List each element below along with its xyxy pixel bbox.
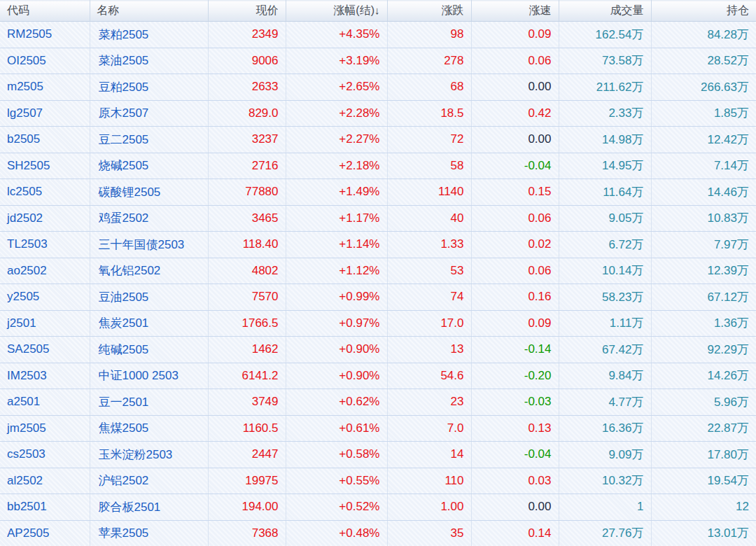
cell-change-pct[interactable]: +1.12%	[286, 258, 387, 284]
cell-name[interactable]: 氧化铝2502	[90, 258, 208, 284]
cell-volume[interactable]: 14.95万	[559, 153, 651, 179]
cell-change[interactable]: 14	[387, 442, 471, 468]
cell-volume[interactable]: 58.23万	[559, 284, 651, 311]
cell-price[interactable]: 1160.5	[208, 415, 286, 442]
cell-speed[interactable]: 0.42	[471, 100, 559, 127]
cell-change[interactable]: 23	[387, 389, 471, 416]
cell-code[interactable]: ao2502	[0, 258, 90, 284]
cell-open-interest[interactable]: 17.80万	[651, 442, 756, 468]
cell-speed[interactable]: 0.09	[471, 310, 559, 337]
header-change[interactable]: 涨跌	[387, 1, 471, 22]
cell-price[interactable]: 2716	[208, 153, 286, 179]
cell-change-pct[interactable]: +0.48%	[286, 520, 387, 546]
cell-volume[interactable]: 9.09万	[559, 442, 651, 468]
cell-speed[interactable]: -0.03	[471, 389, 559, 416]
cell-open-interest[interactable]: 266.63万	[651, 74, 756, 101]
table-row[interactable]: lg2507 原木2507 829.0 +2.28% 18.5 0.42 2.3…	[0, 100, 756, 127]
cell-volume[interactable]: 2.33万	[559, 100, 651, 127]
cell-price[interactable]: 7570	[208, 284, 286, 311]
cell-price[interactable]: 829.0	[208, 100, 286, 127]
cell-open-interest[interactable]: 14.26万	[651, 363, 756, 389]
cell-name[interactable]: 碳酸锂2505	[90, 179, 208, 206]
cell-name[interactable]: 豆一2501	[90, 389, 208, 416]
cell-change-pct[interactable]: +0.55%	[286, 468, 387, 494]
header-change-pct[interactable]: 涨幅(结)↓	[286, 1, 387, 22]
cell-price[interactable]: 9006	[208, 48, 286, 74]
cell-volume[interactable]: 11.64万	[559, 179, 651, 206]
cell-name[interactable]: 纯碱2505	[90, 337, 208, 363]
cell-change[interactable]: 13	[387, 337, 471, 363]
cell-speed[interactable]: -0.04	[471, 153, 559, 179]
cell-code[interactable]: IM2503	[0, 363, 90, 389]
header-price[interactable]: 现价	[208, 1, 286, 22]
cell-code[interactable]: cs2503	[0, 442, 90, 468]
cell-open-interest[interactable]: 7.97万	[651, 232, 756, 258]
cell-change-pct[interactable]: +0.90%	[286, 337, 387, 363]
cell-volume[interactable]: 6.72万	[559, 232, 651, 258]
cell-change[interactable]: 1140	[387, 179, 471, 206]
cell-price[interactable]: 4802	[208, 258, 286, 284]
cell-change[interactable]: 18.5	[387, 100, 471, 127]
cell-price[interactable]: 118.40	[208, 232, 286, 258]
cell-change-pct[interactable]: +0.97%	[286, 310, 387, 337]
cell-open-interest[interactable]: 92.29万	[651, 337, 756, 363]
cell-name[interactable]: 菜油2505	[90, 48, 208, 74]
cell-change-pct[interactable]: +0.61%	[286, 415, 387, 442]
table-row[interactable]: b2505 豆二2505 3237 +2.27% 72 0.00 14.98万 …	[0, 127, 756, 153]
table-row[interactable]: al2502 沪铝2502 19975 +0.55% 110 0.03 10.3…	[0, 468, 756, 494]
cell-speed[interactable]: 0.00	[471, 494, 559, 521]
cell-volume[interactable]: 16.36万	[559, 415, 651, 442]
cell-change[interactable]: 40	[387, 205, 471, 232]
cell-name[interactable]: 豆油2505	[90, 284, 208, 311]
cell-code[interactable]: a2501	[0, 389, 90, 416]
cell-open-interest[interactable]: 1.36万	[651, 310, 756, 337]
cell-name[interactable]: 苹果2505	[90, 520, 208, 546]
cell-name[interactable]: 焦炭2501	[90, 310, 208, 337]
cell-code[interactable]: al2502	[0, 468, 90, 494]
table-row[interactable]: OI2505 菜油2505 9006 +3.19% 278 0.06 73.58…	[0, 48, 756, 74]
cell-change-pct[interactable]: +0.52%	[286, 494, 387, 521]
cell-open-interest[interactable]: 10.83万	[651, 205, 756, 232]
cell-code[interactable]: bb2501	[0, 494, 90, 521]
cell-change-pct[interactable]: +0.62%	[286, 389, 387, 416]
cell-change-pct[interactable]: +0.58%	[286, 442, 387, 468]
cell-volume[interactable]: 73.58万	[559, 48, 651, 74]
cell-speed[interactable]: 0.00	[471, 127, 559, 153]
cell-speed[interactable]: -0.04	[471, 442, 559, 468]
table-row[interactable]: jm2505 焦煤2505 1160.5 +0.61% 7.0 0.13 16.…	[0, 415, 756, 442]
cell-change[interactable]: 68	[387, 74, 471, 101]
cell-name[interactable]: 玉米淀粉2503	[90, 442, 208, 468]
cell-volume[interactable]: 10.32万	[559, 468, 651, 494]
cell-change[interactable]: 17.0	[387, 310, 471, 337]
cell-price[interactable]: 2349	[208, 22, 286, 48]
cell-price[interactable]: 3237	[208, 127, 286, 153]
table-row[interactable]: m2505 豆粕2505 2633 +2.65% 68 0.00 211.62万…	[0, 74, 756, 101]
header-speed[interactable]: 涨速	[471, 1, 559, 22]
cell-name[interactable]: 三十年国债2503	[90, 232, 208, 258]
cell-price[interactable]: 1766.5	[208, 310, 286, 337]
cell-open-interest[interactable]: 1.85万	[651, 100, 756, 127]
cell-speed[interactable]: 0.13	[471, 415, 559, 442]
cell-change-pct[interactable]: +2.27%	[286, 127, 387, 153]
cell-open-interest[interactable]: 67.12万	[651, 284, 756, 311]
cell-code[interactable]: RM2505	[0, 22, 90, 48]
cell-change[interactable]: 98	[387, 22, 471, 48]
cell-price[interactable]: 6141.2	[208, 363, 286, 389]
table-row[interactable]: lc2505 碳酸锂2505 77880 +1.49% 1140 0.15 11…	[0, 179, 756, 206]
cell-change[interactable]: 278	[387, 48, 471, 74]
cell-speed[interactable]: 0.00	[471, 74, 559, 101]
cell-speed[interactable]: 0.06	[471, 48, 559, 74]
cell-price[interactable]: 77880	[208, 179, 286, 206]
cell-price[interactable]: 3749	[208, 389, 286, 416]
table-row[interactable]: jd2502 鸡蛋2502 3465 +1.17% 40 0.06 9.05万 …	[0, 205, 756, 232]
cell-speed[interactable]: 0.09	[471, 22, 559, 48]
table-row[interactable]: RM2505 菜粕2505 2349 +4.35% 98 0.09 162.54…	[0, 22, 756, 48]
cell-code[interactable]: jd2502	[0, 205, 90, 232]
cell-volume[interactable]: 67.42万	[559, 337, 651, 363]
cell-change-pct[interactable]: +1.49%	[286, 179, 387, 206]
cell-code[interactable]: lg2507	[0, 100, 90, 127]
cell-change-pct[interactable]: +2.28%	[286, 100, 387, 127]
cell-open-interest[interactable]: 84.28万	[651, 22, 756, 48]
cell-code[interactable]: j2501	[0, 310, 90, 337]
cell-name[interactable]: 中证1000 2503	[90, 363, 208, 389]
